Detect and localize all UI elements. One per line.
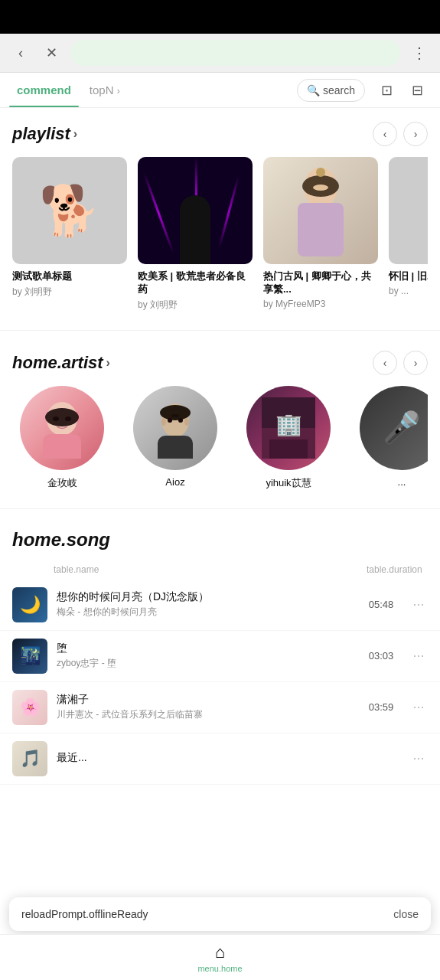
home-icon: ⌂: [215, 942, 225, 962]
song-info-2: 堕 zyboy忠宇 - 堕: [57, 642, 353, 670]
divider-1: [0, 330, 440, 331]
playlist-prev-arrow[interactable]: ‹: [373, 122, 397, 146]
artist-title[interactable]: home.artist ›: [12, 353, 110, 373]
svg-point-4: [313, 185, 328, 191]
tab-commend[interactable]: commend: [9, 73, 79, 107]
song-info-4: 最近...: [57, 751, 353, 766]
artist-card-3[interactable]: 🏢 yihuik苡慧: [239, 386, 338, 490]
song-more-2[interactable]: ···: [409, 648, 428, 664]
svg-rect-15: [171, 414, 179, 417]
song-row-4[interactable]: 🎵 最近... ···: [0, 733, 440, 785]
svg-point-13: [168, 418, 172, 423]
playlist-title[interactable]: playlist ›: [12, 124, 77, 144]
svg-point-9: [65, 416, 71, 421]
song-table-header: table.name table.duration: [0, 560, 440, 580]
artist-prev-arrow[interactable]: ‹: [373, 351, 397, 375]
history-button[interactable]: ⊡: [373, 77, 400, 104]
bottom-padding: [0, 791, 440, 883]
svg-rect-11: [158, 436, 193, 459]
artist-avatar-3: 🏢: [246, 386, 331, 470]
artist-card-1[interactable]: 金玫岐: [12, 386, 112, 490]
song-artist-1: 梅朵 - 想你的时候问月亮: [57, 606, 353, 619]
artist-avatar-4: 🎤: [360, 386, 428, 470]
song-row-1[interactable]: 🌙 想你的时候问月亮（DJ沈念版） 梅朵 - 想你的时候问月亮 05:48 ··…: [0, 580, 440, 631]
status-bar: [0, 0, 440, 34]
playlist-title-4: 怀旧 | 旧...: [389, 270, 428, 283]
playlist-cover-4: 🎵: [389, 157, 428, 264]
nav-home[interactable]: ⌂ menu.home: [197, 942, 242, 973]
playlist-title-1: 测试歌单标题: [12, 270, 127, 283]
svg-point-16: [161, 418, 166, 426]
col-header-more: [405, 564, 428, 575]
song-section: home.song table.name table.duration 🌙 想你…: [0, 515, 440, 791]
svg-point-17: [184, 418, 189, 426]
more-button[interactable]: ⋮: [408, 41, 431, 64]
song-thumb-3: 🌸: [12, 690, 47, 725]
artist-card-2[interactable]: Aioz: [125, 386, 225, 490]
song-thumb-2: 🌃: [12, 639, 47, 674]
artist-name-2: Aioz: [165, 476, 184, 488]
divider-2: [0, 508, 440, 509]
svg-point-14: [178, 418, 183, 423]
col-header-name: table.name: [54, 564, 367, 575]
song-more-3[interactable]: ···: [409, 699, 428, 715]
song-more-1[interactable]: ···: [409, 596, 428, 612]
song-duration-1: 05:48: [362, 599, 400, 610]
playlist-next-arrow[interactable]: ›: [403, 122, 428, 146]
playlist-author-2: by 刘明野: [138, 299, 253, 312]
playlist-header: playlist › ‹ ›: [12, 122, 428, 146]
song-row-3[interactable]: 🌸 潇湘子 川井憲次 - 武位音乐系列之后临苗寨 03:59 ···: [0, 682, 440, 733]
close-button[interactable]: ✕: [40, 41, 63, 64]
playlist-cover-1: 🐕: [12, 157, 127, 264]
svg-rect-6: [43, 434, 81, 459]
back-button[interactable]: ‹: [9, 41, 32, 64]
nav-home-label: menu.home: [197, 964, 242, 973]
song-duration-3: 03:59: [362, 701, 400, 713]
playlist-author-4: by ...: [389, 286, 428, 296]
song-title-4: 最近...: [57, 751, 353, 765]
artist-name-3: yihuik苡慧: [266, 476, 311, 490]
playlist-scroll: 🐕 测试歌单标题 by 刘明野 欧美系 | 歌荒患者必备良药 by 刘明野: [12, 157, 428, 318]
playlist-card-4[interactable]: 🎵 怀旧 | 旧... by ...: [389, 157, 428, 312]
artist-next-arrow[interactable]: ›: [403, 351, 428, 375]
svg-point-8: [53, 416, 59, 421]
song-info-3: 潇湘子 川井憲次 - 武位音乐系列之后临苗寨: [57, 693, 353, 721]
song-info-1: 想你的时候问月亮（DJ沈念版） 梅朵 - 想你的时候问月亮: [57, 590, 353, 619]
artist-header: home.artist › ‹ ›: [12, 351, 428, 375]
toast-text: reloadPrompt.offlineReady: [21, 908, 384, 920]
url-bar[interactable]: [70, 40, 400, 66]
song-section-title: home.song: [0, 529, 440, 550]
svg-point-3: [316, 168, 325, 177]
display-button[interactable]: ⊟: [403, 77, 431, 104]
svg-point-12: [160, 405, 191, 420]
bottom-nav: ⌂ menu.home: [0, 934, 440, 980]
topn-chevron: ›: [117, 86, 120, 96]
playlist-author-3: by MyFreeMP3: [263, 299, 378, 309]
toast-close-button[interactable]: close: [393, 908, 419, 920]
artist-avatar-1: [20, 386, 104, 470]
playlist-card-2[interactable]: 欧美系 | 歌荒患者必备良药 by 刘明野: [138, 157, 253, 312]
artist-section: home.artist › ‹ ›: [0, 337, 440, 502]
tab-topn[interactable]: topN ›: [82, 73, 128, 107]
song-more-4[interactable]: ···: [409, 750, 428, 766]
song-title-2: 堕: [57, 642, 353, 655]
playlist-card-3[interactable]: 热门古风 | 卿卿于心，共享繁... by MyFreeMP3: [263, 157, 378, 312]
playlist-section: playlist › ‹ › 🐕 测试歌单标题 by 刘明野: [0, 108, 440, 324]
offline-toast: reloadPrompt.offlineReady close: [9, 897, 431, 931]
artist-card-4[interactable]: 🎤 ...: [352, 386, 428, 490]
playlist-title-3: 热门古风 | 卿卿于心，共享繁...: [263, 270, 378, 296]
search-button[interactable]: 🔍 search: [297, 79, 365, 102]
song-row-2[interactable]: 🌃 堕 zyboy忠宇 - 堕 03:03 ···: [0, 631, 440, 682]
playlist-card-1[interactable]: 🐕 测试歌单标题 by 刘明野: [12, 157, 127, 312]
artist-avatar-2: [133, 386, 217, 470]
tab-bar: commend topN › 🔍 search ⊡ ⊟: [0, 73, 440, 108]
search-icon: 🔍: [307, 84, 320, 96]
svg-point-7: [45, 408, 79, 426]
song-thumb-1: 🌙: [12, 587, 47, 622]
artist-name-4: ...: [398, 476, 406, 488]
svg-rect-1: [298, 203, 344, 256]
svg-text:🏢: 🏢: [275, 412, 302, 437]
playlist-chevron: ›: [73, 127, 77, 141]
playlist-cover-3: [263, 157, 378, 264]
playlist-nav-arrows: ‹ ›: [373, 122, 428, 146]
